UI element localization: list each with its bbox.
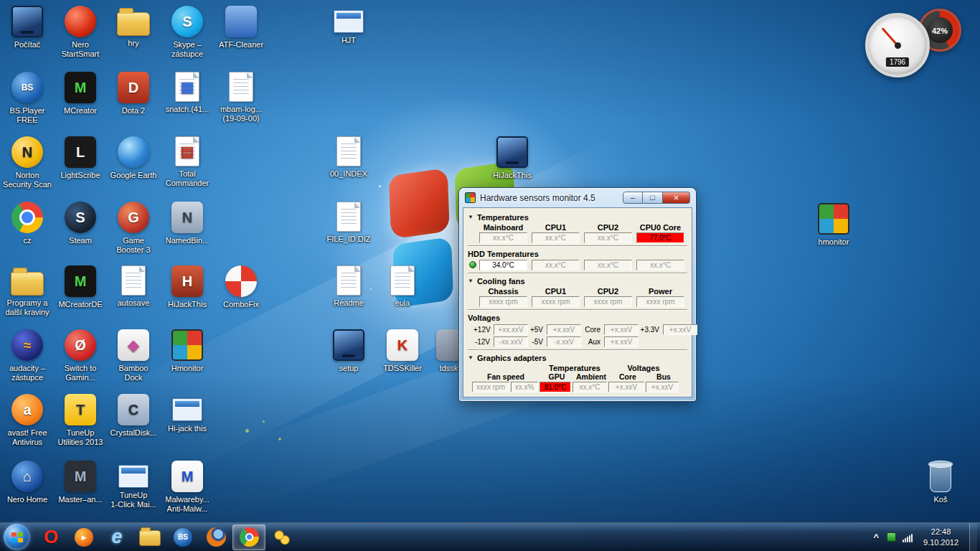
windows-explorer-taskbar-button[interactable] (133, 523, 166, 551)
desktop-icon-folder[interactable]: Programy a další kraviny (0, 265, 55, 317)
desktop-icon-label: hmonitor (806, 237, 861, 247)
desktop-icon-label: mbam-log... (19-09-00) (214, 105, 268, 123)
desktop-icon-malwarebytes[interactable]: MMalwareby... Anti-Malw... (160, 461, 215, 514)
tray-app-icon[interactable] (887, 532, 896, 542)
show-hidden-icons-button[interactable]: ^ (872, 532, 880, 542)
desktop-icon-lightscribe[interactable]: LLightScribe (53, 136, 108, 180)
titlebar[interactable]: Hardware sensors monitor 4.5 – □ × (463, 188, 692, 207)
desktop-icon-crystaldisk[interactable]: CCrystalDisk... (106, 394, 161, 438)
desktop-icon-master-an[interactable]: MMaster–an... (53, 461, 108, 504)
cpu2-temp-field: xx.x°C (584, 232, 632, 243)
desktop-icon-label: ATF-Cleaner (214, 40, 268, 50)
desktop-icon-hijack-this[interactable]: Hi-jack this (160, 394, 215, 433)
desktop-icon-recycle-bin[interactable]: Koš (913, 462, 968, 504)
desktop-icon-avast[interactable]: aavast! Free Antivirus (0, 394, 55, 447)
desktop-icon-label: BS.Player FREE (0, 106, 55, 125)
desktop-icon-hjt[interactable]: HJT (321, 6, 376, 45)
cpu-meter-gadget[interactable]: 42% 1796 (865, 9, 961, 80)
mainboard-temp-field: xx.x°C (479, 232, 527, 243)
desktop-icon-document[interactable]: eula (375, 265, 430, 308)
desktop-icon-steam[interactable]: SSteam (53, 202, 108, 245)
section-divider (468, 349, 687, 351)
desktop-icon-label: Počítač (0, 40, 55, 50)
desktop-icon-document[interactable]: Readme (321, 265, 376, 308)
desktop-icon-document[interactable]: 00_INDEX (321, 136, 376, 179)
desktop-icon-audacity[interactable]: ≈audacity – zástupce (0, 329, 55, 382)
windows-explorer-icon (139, 530, 161, 546)
desktop-icon-tdsskiller[interactable]: KTDSSKiller (375, 329, 430, 373)
section-title: Graphics adapters (477, 354, 547, 362)
column-header: CPU2 (584, 223, 632, 232)
desktop-icon-document[interactable]: FILE_ID.DIZ (321, 202, 376, 244)
desktop-icon-hmonitor[interactable]: Hmonitor (160, 329, 215, 373)
desktop-icon-label: Total Commander (160, 169, 215, 188)
desktop-icon-label: avast! Free Antivirus (0, 428, 55, 447)
mcreator-de-icon: M (65, 265, 96, 297)
internet-explorer-taskbar-button[interactable]: e (100, 523, 133, 551)
desktop-icon-folder[interactable]: hry (106, 6, 161, 48)
media-player-taskbar-button[interactable]: ▸ (67, 523, 100, 551)
media-player-icon: ▸ (75, 528, 93, 547)
setup-icon (333, 329, 364, 361)
document-icon (336, 265, 361, 296)
network-icon[interactable] (903, 532, 913, 542)
desktop-icon-norton[interactable]: NNorton Security Scan (0, 136, 55, 189)
desktop-icon-mcreator[interactable]: MMCreator (53, 72, 108, 116)
close-button[interactable]: × (663, 192, 690, 204)
bs-player-taskbar-button[interactable]: BS (166, 523, 199, 551)
start-button[interactable] (4, 524, 30, 550)
minimize-button[interactable]: – (623, 192, 643, 204)
desktop-icon-hmonitor[interactable]: hmonitor (806, 203, 861, 247)
desktop-icon-bamboo-dock[interactable]: ◆Bamboo Dock (106, 329, 161, 382)
app-icon (465, 192, 476, 203)
computer-icon (11, 6, 43, 37)
temperatures-section-header[interactable]: ▼ Temperatures (468, 212, 687, 222)
desktop-icon-chrome[interactable]: cz (0, 202, 55, 245)
fans-section-header[interactable]: ▼ Cooling fans (468, 276, 687, 286)
opera-taskbar-button[interactable]: O (34, 523, 67, 551)
keys-taskbar-button[interactable] (265, 523, 298, 551)
taskbar-clock[interactable]: 22:48 9.10.2012 (919, 527, 963, 547)
desktop-icon-tuneup-oneclick[interactable]: TuneUp 1-Click Mai... (106, 461, 161, 509)
desktop-icon-label: Nero Home (0, 495, 55, 504)
desktop-icon-namedbin[interactable]: NNamedBin... (160, 202, 215, 245)
desktop-icon-dota2[interactable]: DDota 2 (106, 72, 161, 116)
section-divider (468, 245, 687, 247)
desktop-icon-hijackthis-app[interactable]: HHiJackThis (160, 265, 215, 309)
desktop-icon-setup[interactable]: setup (321, 329, 376, 373)
desktop-icon-label: Hi-jack this (160, 424, 215, 433)
desktop-icon-combofix[interactable]: ComboFix (214, 265, 268, 309)
desktop-icon-google-earth[interactable]: Google Earth (106, 136, 161, 180)
desktop-icon-game-booster[interactable]: GGame Booster 3 (106, 202, 161, 255)
desktop-icon-nero-startsmart[interactable]: Nero StartSmart (53, 6, 108, 59)
desktop-icon-label: setup (321, 364, 376, 373)
desktop-icon-bsplayer[interactable]: BSBS.Player FREE (0, 72, 55, 125)
maximize-button[interactable]: □ (643, 192, 663, 204)
gpu-fan-rpm-field: xxxx rpm (472, 382, 509, 392)
audacity-icon: ≈ (11, 329, 43, 361)
desktop-icon-tuneup[interactable]: TTuneUp Utilities 2013 (53, 394, 108, 447)
graphics-section-header[interactable]: ▼ Graphics adapters (468, 352, 687, 363)
desktop-icon-video-file[interactable]: ▦snatch.(41... (160, 72, 215, 114)
desktop-icon-nero-home[interactable]: ⌂Nero Home (0, 461, 55, 504)
collapse-icon: ▼ (468, 215, 473, 220)
crystaldisk-icon: C (118, 394, 149, 425)
desktop-icon-label: Readme (321, 298, 376, 308)
desktop-icon-atf-cleaner[interactable]: ATF-Cleaner (214, 6, 268, 50)
desktop-icon-label: ComboFix (214, 300, 268, 309)
section-title: Voltages (468, 314, 500, 322)
column-header: CPU0 Core (636, 223, 684, 232)
desktop-icon-skype[interactable]: SSkype – zástupce (160, 6, 215, 59)
hdd-temp-field: 34.0°C (479, 260, 527, 270)
desktop-icon-switch-gaming[interactable]: ØSwitch to Gamin... (53, 329, 108, 382)
desktop-icon-computer[interactable]: Počítač (0, 6, 55, 50)
firefox-taskbar-button[interactable] (199, 523, 232, 551)
desktop-icon-hijackthis[interactable]: HiJackThis (485, 136, 540, 180)
show-desktop-button[interactable] (969, 523, 977, 551)
chrome-taskbar-button[interactable] (232, 524, 265, 550)
desktop-icon-log-file[interactable]: mbam-log... (19-09-00) (214, 72, 268, 123)
nero-home-icon: ⌂ (11, 461, 43, 492)
desktop-icon-document[interactable]: autosave (106, 265, 161, 308)
desktop-icon-total-commander[interactable]: ▤Total Commander (160, 136, 215, 188)
desktop-icon-mcreator-de[interactable]: MMCreatorDE (53, 265, 108, 309)
